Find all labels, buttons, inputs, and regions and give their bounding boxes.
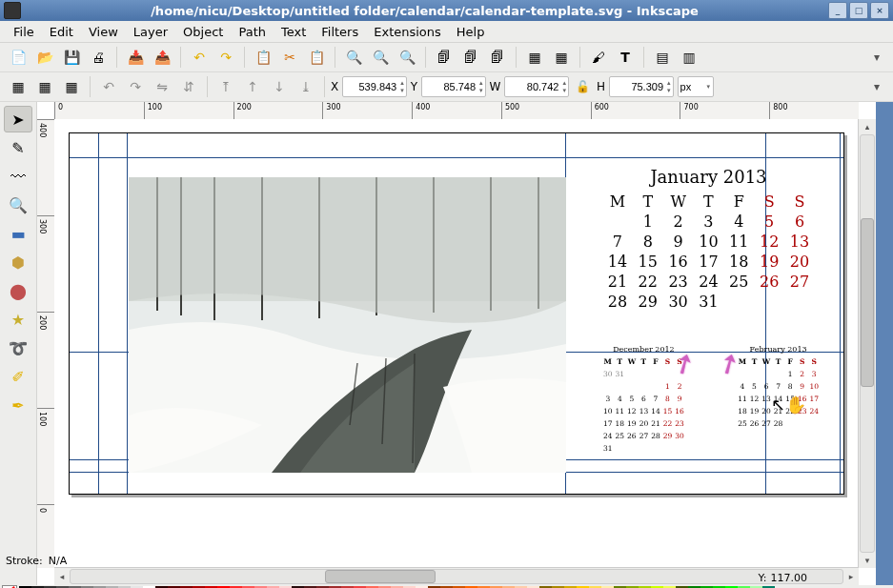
zoom-drawing-button[interactable]: 🔍 xyxy=(395,45,419,70)
flip-v-t[interactable]: ⇵ xyxy=(176,74,201,99)
ungroup-button[interactable]: ▦ xyxy=(549,45,574,70)
open-button[interactable]: 📂 xyxy=(32,45,57,70)
controls-overflow[interactable]: ▾ xyxy=(866,76,887,97)
lower-t[interactable]: ↓ xyxy=(267,74,292,99)
redo-button[interactable]: ↷ xyxy=(213,45,238,70)
toolbox: ➤ ✎ 〰 🔍 ▬ ⬢ ⬤ ★ ➰ ✐ ✒ xyxy=(0,102,37,585)
menu-layer[interactable]: Layer xyxy=(126,21,175,42)
ruler-horizontal[interactable]: 0100200300400500600700800 xyxy=(54,102,859,120)
raise-t[interactable]: ↑ xyxy=(240,74,265,99)
align-button[interactable]: ▥ xyxy=(677,45,701,70)
tweak-tool[interactable]: 〰 xyxy=(4,163,32,190)
y-input[interactable]: ▴▾ xyxy=(421,76,486,97)
menu-file[interactable]: File xyxy=(6,21,42,42)
zoom-page-button[interactable]: 🔍 xyxy=(368,45,393,70)
minimize-button[interactable]: _ xyxy=(828,2,847,19)
cut-button[interactable]: ✂ xyxy=(277,45,302,70)
save-button[interactable]: 💾 xyxy=(59,45,84,70)
ruler-vertical[interactable]: 4003002001000 xyxy=(37,119,55,568)
svg-page: January 2013 MTWTFSS12345678910111213141… xyxy=(69,132,844,495)
maximize-button[interactable]: □ xyxy=(849,2,868,19)
copy-button[interactable]: 📋 xyxy=(251,45,275,70)
selector-tool[interactable]: ➤ xyxy=(4,106,32,132)
lower-bottom-t[interactable]: ⤓ xyxy=(294,74,318,99)
rotate-ccw-t[interactable]: ↶ xyxy=(96,74,121,99)
duplicate-button[interactable]: 🗐 xyxy=(432,45,457,70)
canvas-vscroll[interactable]: ▴▾ xyxy=(858,119,876,568)
menu-extensions[interactable]: Extensions xyxy=(366,21,449,42)
calendar-main: January 2013 MTWTFSS12345678910111213141… xyxy=(601,167,816,313)
menu-text[interactable]: Text xyxy=(274,21,314,42)
tool-controls-bar: ▦ ▦ ▦ ↶ ↷ ⇋ ⇵ ⤒ ↑ ↓ ⤓ X ▴▾ Y ▴▾ W ▴▾ 🔓 H… xyxy=(0,72,893,102)
flip-h-t[interactable]: ⇋ xyxy=(150,74,174,99)
photo-placeholder xyxy=(129,177,566,473)
w-label: W xyxy=(490,80,501,93)
raise-top-t[interactable]: ⤒ xyxy=(213,74,238,99)
menubar: FileEditViewLayerObjectPathTextFiltersEx… xyxy=(0,21,893,43)
menu-filters[interactable]: Filters xyxy=(314,21,366,42)
select-all-t[interactable]: ▦ xyxy=(6,74,30,99)
clone-button[interactable]: 🗐 xyxy=(458,45,483,70)
main-toolbar: 📄 📂 💾 🖨 📥 📤 ↶ ↷ 📋 ✂ 📋 🔍 🔍 🔍 🗐 🗐 🗐 ▦ ▦ 🖌 … xyxy=(0,43,893,72)
text-dialog-button[interactable]: T xyxy=(613,45,638,70)
zoom-in-button[interactable]: 🔍 xyxy=(341,45,366,70)
rect-tool[interactable]: ▬ xyxy=(4,220,32,247)
3dbox-tool[interactable]: ⬢ xyxy=(4,249,32,275)
canvas[interactable]: January 2013 MTWTFSS12345678910111213141… xyxy=(54,119,859,568)
star-tool[interactable]: ★ xyxy=(4,306,32,333)
select-layers-t[interactable]: ▦ xyxy=(32,74,57,99)
menu-help[interactable]: Help xyxy=(449,21,493,42)
y-label: Y xyxy=(411,80,417,93)
h-input[interactable]: ▴▾ xyxy=(609,76,674,97)
canvas-hscroll[interactable]: ◂▸ xyxy=(54,567,859,585)
unit-select[interactable]: ▾ xyxy=(678,76,714,97)
docked-dialogs[interactable] xyxy=(876,102,893,585)
inkscape-icon xyxy=(4,2,21,19)
paste-button[interactable]: 📋 xyxy=(304,45,329,70)
deselect-t[interactable]: ▦ xyxy=(59,74,84,99)
status-y-label: Y: xyxy=(759,572,767,584)
mini-next: February 2013 MTWTFSS1234567891011121314… xyxy=(736,345,821,456)
x-input[interactable]: ▴▾ xyxy=(342,76,407,97)
mini-calendars: December 2012 MTWTFSS3031123456789101112… xyxy=(601,345,821,456)
lock-icon[interactable]: 🔓 xyxy=(573,80,593,93)
ellipse-tool[interactable]: ⬤ xyxy=(4,277,32,304)
menu-object[interactable]: Object xyxy=(175,21,231,42)
toolbar-overflow[interactable]: ▾ xyxy=(866,47,887,68)
xml-button[interactable]: ▤ xyxy=(650,45,675,70)
x-label: X xyxy=(331,80,338,93)
group-button[interactable]: ▦ xyxy=(522,45,547,70)
print-button[interactable]: 🖨 xyxy=(86,45,111,70)
spiral-tool[interactable]: ➰ xyxy=(4,335,32,361)
close-button[interactable]: × xyxy=(870,2,889,19)
status-y: 117.00 xyxy=(771,572,808,584)
stroke-label: Stroke: xyxy=(6,555,43,567)
pencil-tool[interactable]: ✐ xyxy=(4,363,32,390)
window-title: /home/nicu/Desktop/untitled folder/calen… xyxy=(27,4,822,18)
menu-path[interactable]: Path xyxy=(231,21,274,42)
node-tool[interactable]: ✎ xyxy=(4,134,32,161)
rotate-cw-t[interactable]: ↷ xyxy=(123,74,148,99)
canvas-area: 0100200300400500600700800 4003002001000 xyxy=(37,102,876,585)
export-button[interactable]: 📤 xyxy=(150,45,174,70)
w-input[interactable]: ▴▾ xyxy=(504,76,569,97)
mini-prev: December 2012 MTWTFSS3031123456789101112… xyxy=(601,345,686,456)
menu-view[interactable]: View xyxy=(81,21,126,42)
menu-edit[interactable]: Edit xyxy=(42,21,81,42)
zoom-tool[interactable]: 🔍 xyxy=(4,192,32,218)
bezier-tool[interactable]: ✒ xyxy=(4,392,32,418)
stroke-value: N/A xyxy=(49,555,87,567)
new-button[interactable]: 📄 xyxy=(6,45,30,70)
undo-button[interactable]: ↶ xyxy=(187,45,212,70)
h-label: H xyxy=(597,80,605,93)
unlink-button[interactable]: 🗐 xyxy=(485,45,510,70)
fill-stroke-button[interactable]: 🖌 xyxy=(586,45,611,70)
titlebar: /home/nicu/Desktop/untitled folder/calen… xyxy=(0,0,893,21)
import-button[interactable]: 📥 xyxy=(123,45,148,70)
coords-controls: X ▴▾ Y ▴▾ W ▴▾ 🔓 H ▴▾ ▾ xyxy=(331,76,714,97)
calendar-title: January 2013 xyxy=(601,167,816,187)
